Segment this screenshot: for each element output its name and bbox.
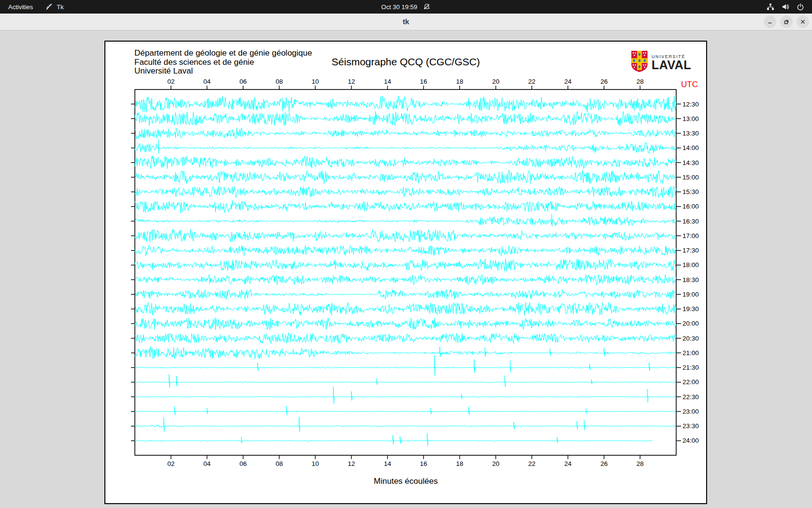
minimize-button[interactable] [764,15,776,28]
svg-text:12: 12 [348,78,355,85]
svg-text:22: 22 [528,78,536,85]
svg-text:06: 06 [239,460,246,467]
svg-text:04: 04 [203,78,211,85]
svg-text:13:30: 13:30 [682,130,699,137]
activities-button[interactable]: Activities [8,3,33,11]
svg-text:14: 14 [384,78,392,85]
xaxis-caption: Minutes écoulées [105,477,706,486]
svg-text:15:00: 15:00 [682,174,699,181]
window-titlebar[interactable]: tk [0,14,812,30]
tk-app-label: Tk [57,3,63,11]
svg-text:02: 02 [167,78,174,85]
svg-text:06: 06 [239,78,246,85]
svg-text:23:00: 23:00 [682,408,699,415]
power-icon[interactable] [797,3,804,11]
volume-icon[interactable] [782,3,789,11]
svg-text:21:30: 21:30 [682,364,699,371]
svg-text:16: 16 [420,78,427,85]
maximize-button[interactable] [780,15,793,28]
svg-text:24: 24 [564,460,572,467]
svg-text:10: 10 [312,460,319,467]
svg-text:20:30: 20:30 [682,335,699,342]
svg-text:14: 14 [384,460,392,467]
svg-text:15:30: 15:30 [682,188,699,195]
window-title: tk [0,14,812,30]
svg-text:17:30: 17:30 [682,247,699,254]
network-icon[interactable] [767,3,774,11]
svg-text:18: 18 [456,460,463,467]
svg-text:14:30: 14:30 [682,159,699,166]
tk-canvas: Département de géologie et de génie géol… [104,41,707,504]
svg-text:08: 08 [276,460,283,467]
notifications-off-icon [423,3,431,11]
seismogram-plot: 0202040406060808101012121414161618182020… [105,42,706,503]
svg-text:04: 04 [203,460,211,467]
svg-text:19:00: 19:00 [682,291,699,298]
svg-text:17:00: 17:00 [682,232,699,239]
svg-text:20: 20 [492,78,499,85]
svg-text:16:00: 16:00 [682,203,699,210]
svg-text:20:00: 20:00 [682,320,699,327]
svg-text:22:00: 22:00 [682,378,699,386]
svg-text:19:30: 19:30 [682,305,699,313]
svg-text:18:00: 18:00 [682,261,699,269]
svg-text:10: 10 [312,78,319,85]
tk-app-icon [45,3,53,11]
svg-text:12:30: 12:30 [682,101,699,108]
clock[interactable]: Oct 30 19:59 [381,3,417,11]
svg-text:12: 12 [348,460,355,467]
svg-text:23:30: 23:30 [682,422,699,430]
svg-text:18:30: 18:30 [682,276,699,284]
svg-text:28: 28 [637,460,644,467]
svg-text:13:00: 13:00 [682,115,699,122]
svg-text:21:00: 21:00 [682,349,699,357]
svg-text:24: 24 [564,78,572,85]
svg-text:22: 22 [528,460,536,467]
svg-text:20: 20 [492,460,499,467]
svg-text:26: 26 [600,460,608,467]
svg-text:08: 08 [276,78,283,85]
svg-text:16:30: 16:30 [682,218,699,225]
top-bar: Activities Tk Oct 30 19:59 [0,0,812,14]
svg-text:14:00: 14:00 [682,144,699,151]
svg-text:18: 18 [456,78,463,85]
tk-app-indicator[interactable]: Tk [45,3,63,11]
svg-text:22:30: 22:30 [682,393,699,401]
svg-text:16: 16 [420,460,427,467]
svg-text:26: 26 [600,78,608,85]
svg-text:24:00: 24:00 [682,437,699,444]
close-button[interactable] [797,15,809,28]
svg-text:UTC: UTC [681,80,698,89]
svg-text:28: 28 [637,78,644,85]
svg-text:02: 02 [167,460,174,467]
